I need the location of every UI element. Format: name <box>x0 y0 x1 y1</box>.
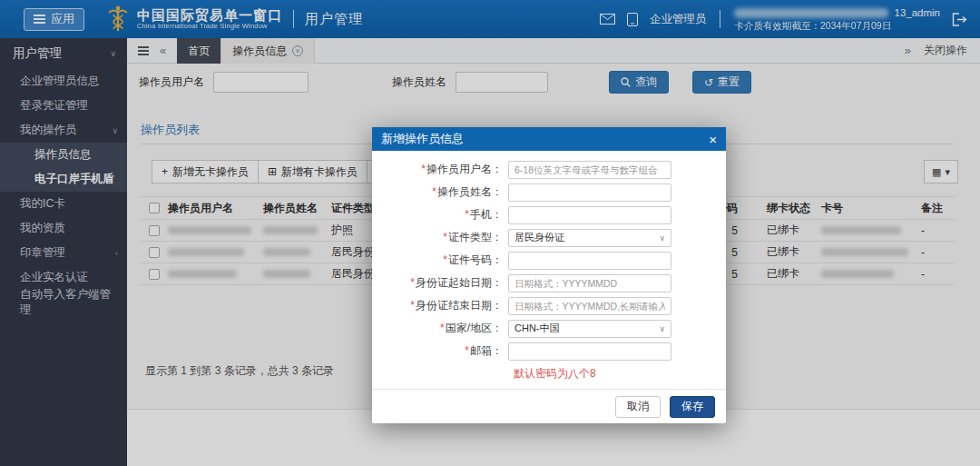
app-window: 应用 中国国际贸易单一窗口 China International Trade … <box>0 0 980 466</box>
modal-form: *操作员用户名： *操作员姓名： *手机： *证件类型： 居民身份证 ∨ <box>372 151 726 389</box>
email-field[interactable] <box>508 342 671 361</box>
chevron-down-icon: ∨ <box>659 324 665 333</box>
field-label: 操作员姓名： <box>437 185 503 198</box>
field-label: 身份证结束日期： <box>416 299 503 312</box>
cancel-button[interactable]: 取消 <box>615 396 661 418</box>
cert-type-select[interactable]: 居民身份证 ∨ <box>508 229 671 247</box>
modal-title-bar: 新增操作员信息 × <box>372 127 726 151</box>
required-mark: * <box>465 208 469 221</box>
modal-title: 新增操作员信息 <box>381 131 464 147</box>
required-mark: * <box>443 231 447 243</box>
select-value: 居民身份证 <box>514 231 564 244</box>
operator-username-field[interactable] <box>508 161 671 179</box>
field-label: 证件类型： <box>448 231 503 243</box>
field-label: 邮箱： <box>470 344 503 357</box>
field-label: 操作员用户名： <box>426 163 503 175</box>
country-region-select[interactable]: CHN-中国 ∨ <box>508 320 671 338</box>
required-mark: * <box>410 299 415 312</box>
mobile-field[interactable] <box>508 206 671 224</box>
field-label: 身份证起始日期： <box>416 276 503 289</box>
required-mark: * <box>421 163 426 175</box>
operator-name-field[interactable] <box>508 183 671 202</box>
required-mark: * <box>465 344 469 357</box>
field-label: 国家/地区： <box>446 322 503 334</box>
id-end-date-field[interactable] <box>508 297 671 315</box>
required-mark: * <box>440 322 445 334</box>
modal-footer: 取消 保存 <box>372 389 726 423</box>
field-label: 证件号码： <box>448 253 503 266</box>
id-start-date-field[interactable] <box>508 274 671 292</box>
chevron-down-icon: ∨ <box>659 233 665 243</box>
default-password-note: 默认密码为八个8 <box>514 366 726 382</box>
cert-number-field[interactable] <box>508 252 671 270</box>
add-operator-modal: 新增操作员信息 × *操作员用户名： *操作员姓名： *手机： *证件类型： 居… <box>372 127 726 423</box>
required-mark: * <box>410 276 415 289</box>
field-label: 手机： <box>470 208 503 221</box>
required-mark: * <box>432 185 436 198</box>
modal-close-icon[interactable]: × <box>709 133 717 146</box>
select-value: CHN-中国 <box>514 322 560 335</box>
required-mark: * <box>443 253 447 266</box>
save-button[interactable]: 保存 <box>670 396 715 418</box>
